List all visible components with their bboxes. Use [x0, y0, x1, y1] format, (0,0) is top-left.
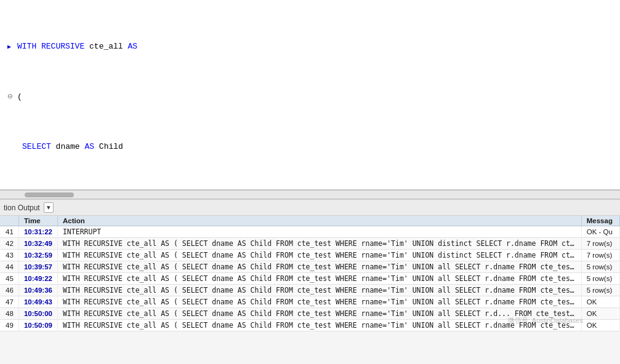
- row-msg: 5 row(s): [581, 261, 619, 273]
- row-action: WITH RECURSIVE cte_all AS ( SELECT dname…: [57, 285, 581, 296]
- row-num: 42: [0, 238, 18, 250]
- row-time: 10:32:49: [18, 238, 57, 250]
- dropdown-arrow-icon: ▾: [47, 204, 50, 212]
- table-row: 4610:49:36WITH RECURSIVE cte_all AS ( SE…: [0, 285, 620, 296]
- code-line-1: ▶ WITH RECURSIVE cte_all AS: [5, 41, 620, 53]
- row-num: 43: [0, 250, 18, 261]
- row-action: WITH RECURSIVE cte_all AS ( SELECT dname…: [57, 296, 581, 308]
- result-table: Time Action Messag 4110:31:22INTERRUPTOK…: [0, 216, 620, 331]
- row-action: WITH RECURSIVE cte_all AS ( SELECT dname…: [57, 320, 581, 331]
- row-num: 46: [0, 285, 18, 296]
- row-msg: 5 row(s): [581, 273, 619, 285]
- table-row: 4910:50:09WITH RECURSIVE cte_all AS ( SE…: [0, 320, 620, 331]
- row-time: 10:49:43: [18, 296, 57, 308]
- scrollbar-thumb[interactable]: [25, 192, 74, 197]
- code-content: ▶ WITH RECURSIVE cte_all AS ⊖ ( SELECT d…: [0, 0, 620, 191]
- row-time: 10:31:22: [18, 226, 57, 238]
- col-time-header: Time: [18, 216, 57, 226]
- row-num: 45: [0, 273, 18, 285]
- row-time: 10:49:36: [18, 285, 57, 296]
- col-action-header: Action: [57, 216, 581, 226]
- row-msg: OK - Qu: [581, 226, 619, 238]
- table-header-row: Time Action Messag: [0, 216, 620, 226]
- fold-minus: ⊖: [7, 90, 15, 104]
- row-msg: OK: [581, 308, 619, 320]
- row-msg: 7 row(s): [581, 238, 619, 250]
- row-num: 49: [0, 320, 18, 331]
- panel-dropdown[interactable]: ▾: [44, 202, 54, 213]
- row-num: 48: [0, 308, 18, 320]
- row-time: 10:32:59: [18, 250, 57, 261]
- table-row: 4110:31:22INTERRUPTOK - Qu: [0, 226, 620, 238]
- code-editor[interactable]: ▶ WITH RECURSIVE cte_all AS ⊖ ( SELECT d…: [0, 0, 620, 191]
- row-msg: 7 row(s): [581, 250, 619, 261]
- panel-toolbar: tion Output ▾: [0, 200, 620, 216]
- row-action: WITH RECURSIVE cte_all AS ( SELECT dname…: [57, 308, 581, 320]
- code-line-3: SELECT dname AS Child: [5, 141, 620, 153]
- row-num: 47: [0, 296, 18, 308]
- code-line-2: ⊖ (: [5, 90, 620, 104]
- col-num-header: [0, 216, 18, 226]
- row-time: 10:50:00: [18, 308, 57, 320]
- row-num: 41: [0, 226, 18, 238]
- row-time: 10:39:57: [18, 261, 57, 273]
- table-row: 4310:32:59WITH RECURSIVE cte_all AS ( SE…: [0, 250, 620, 261]
- row-msg: OK: [581, 296, 619, 308]
- table-row: 4510:49:22WITH RECURSIVE cte_all AS ( SE…: [0, 273, 620, 285]
- row-num: 44: [0, 261, 18, 273]
- row-action: INTERRUPT: [57, 226, 581, 238]
- action-output-panel: tion Output ▾ Time Action Messag 4110:31…: [0, 199, 620, 364]
- row-action: WITH RECURSIVE cte_all AS ( SELECT dname…: [57, 238, 581, 250]
- fold-arrow: ▶: [7, 42, 15, 52]
- row-action: WITH RECURSIVE cte_all AS ( SELECT dname…: [57, 273, 581, 285]
- row-action: WITH RECURSIVE cte_all AS ( SELECT dname…: [57, 261, 581, 273]
- row-time: 10:49:22: [18, 273, 57, 285]
- row-action: WITH RECURSIVE cte_all AS ( SELECT dname…: [57, 250, 581, 261]
- panel-label: tion Output: [4, 204, 40, 212]
- row-time: 10:50:09: [18, 320, 57, 331]
- row-msg: OK: [581, 320, 619, 331]
- table-row: 4210:32:49WITH RECURSIVE cte_all AS ( SE…: [0, 238, 620, 250]
- table-row: 4710:49:43WITH RECURSIVE cte_all AS ( SE…: [0, 296, 620, 308]
- col-msg-header: Messag: [581, 216, 619, 226]
- table-row: 4410:39:57WITH RECURSIVE cte_all AS ( SE…: [0, 261, 620, 273]
- horizontal-scrollbar[interactable]: [0, 191, 620, 199]
- row-msg: 5 row(s): [581, 285, 619, 296]
- table-row: 4810:50:00WITH RECURSIVE cte_all AS ( SE…: [0, 308, 620, 320]
